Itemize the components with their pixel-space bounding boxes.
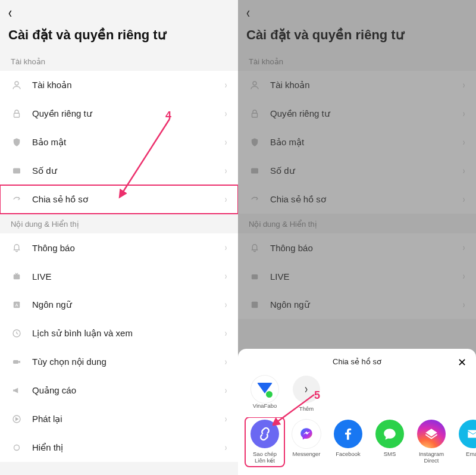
chevron-right-icon: › — [225, 414, 227, 424]
share-label: Sao chép Liên kết — [253, 451, 277, 464]
share-vinafabo[interactable]: VinaFabo — [248, 376, 282, 412]
share-label: VinaFabo — [253, 403, 277, 410]
svg-rect-13 — [252, 274, 258, 279]
row-notifications[interactable]: Thông báo › — [0, 233, 238, 262]
back-button[interactable]: ‹ — [246, 5, 250, 20]
row-balance[interactable]: Số dư › — [238, 157, 476, 185]
chevron-right-icon: › — [293, 376, 320, 403]
share-label: Messenger — [293, 451, 321, 458]
chevron-right-icon: › — [225, 165, 227, 176]
row-share-profile[interactable]: Chia sẻ hồ sơ › — [0, 185, 238, 214]
row-account[interactable]: Tài khoản › — [0, 71, 238, 99]
row-label: Quyền riêng tư — [270, 108, 462, 119]
row-label: Chia sẻ hồ sơ — [270, 194, 462, 205]
video-icon — [11, 356, 23, 368]
back-button[interactable]: ‹ — [8, 5, 12, 20]
email-icon — [459, 420, 476, 448]
row-label: Bảo mật — [270, 137, 462, 148]
row-privacy[interactable]: Quyền riêng tư › — [0, 99, 238, 128]
close-icon[interactable]: ✕ — [458, 356, 466, 369]
row-balance[interactable]: Số dư › — [0, 157, 238, 185]
clock-icon — [11, 327, 23, 339]
share-icon — [249, 193, 261, 205]
share-sms[interactable]: SMS — [372, 420, 407, 464]
row-ads[interactable]: Quảng cáo › — [0, 376, 238, 405]
row-label: Tùy chọn nội dung — [32, 357, 224, 367]
chevron-right-icon: › — [225, 242, 227, 253]
section-account-label: Tài khoản — [238, 51, 476, 71]
share-instagram[interactable]: Instagram Direct — [414, 420, 449, 464]
row-label: Ngôn ngữ — [270, 299, 462, 310]
row-language[interactable]: Ngôn ngữ › — [238, 290, 476, 319]
row-label: Tài khoản — [270, 80, 462, 90]
row-account[interactable]: Tài khoản › — [238, 71, 476, 99]
row-language[interactable]: A Ngôn ngữ › — [0, 290, 238, 319]
bell-icon — [11, 242, 23, 254]
vinafabo-icon — [251, 376, 278, 403]
sms-icon — [375, 420, 404, 448]
play-icon — [11, 413, 23, 425]
live-icon — [249, 270, 261, 282]
chevron-right-icon: › — [463, 137, 465, 148]
chevron-right-icon: › — [463, 271, 465, 282]
row-label: Ngôn ngữ — [32, 299, 224, 310]
share-label: SMS — [384, 451, 396, 458]
share-copy-link[interactable]: Sao chép Liên kết — [248, 420, 282, 464]
row-display[interactable]: Hiển thị › — [0, 433, 238, 462]
row-live[interactable]: LIVE › — [238, 262, 476, 290]
chevron-right-icon: › — [225, 328, 227, 339]
share-more[interactable]: › Thêm — [289, 376, 324, 412]
svg-rect-11 — [252, 113, 258, 117]
svg-point-9 — [14, 445, 20, 451]
row-history[interactable]: Lịch sử bình luận và xem › — [0, 319, 238, 348]
row-security[interactable]: Bảo mật › — [238, 128, 476, 157]
row-live[interactable]: LIVE › — [0, 262, 238, 290]
row-label: Tài khoản — [32, 80, 224, 90]
row-content-pref[interactable]: Tùy chọn nội dung › — [0, 348, 238, 376]
share-sheet: Chia sẻ hồ sơ ✕ VinaFabo › Thêm — [238, 349, 476, 475]
row-share-profile[interactable]: Chia sẻ hồ sơ › — [238, 185, 476, 214]
sheet-title: Chia sẻ hồ sơ — [333, 357, 381, 366]
share-facebook[interactable]: Facebook — [331, 420, 365, 464]
row-label: Quyền riêng tư — [32, 108, 224, 119]
svg-rect-3 — [14, 274, 20, 279]
language-icon — [249, 299, 261, 311]
shield-icon — [249, 136, 261, 148]
row-label: Bảo mật — [32, 137, 224, 148]
row-notifications[interactable]: Thông báo › — [238, 233, 476, 262]
row-security[interactable]: Bảo mật › — [0, 128, 238, 157]
page-title: Cài đặt và quyền riêng tư — [238, 24, 476, 51]
row-playback[interactable]: Phát lại › — [0, 405, 238, 433]
chevron-right-icon: › — [225, 385, 227, 396]
chevron-right-icon: › — [463, 299, 465, 310]
svg-rect-12 — [251, 168, 258, 174]
svg-point-10 — [253, 82, 256, 85]
chevron-right-icon: › — [225, 299, 227, 310]
section-content-label: Nội dung & Hiển thị — [0, 214, 238, 233]
row-label: LIVE — [32, 271, 224, 282]
megaphone-icon — [11, 385, 23, 396]
row-label: Quảng cáo — [32, 385, 224, 396]
wallet-icon — [249, 165, 261, 177]
svg-rect-2 — [13, 168, 20, 174]
chevron-right-icon: › — [225, 442, 227, 453]
chevron-right-icon: › — [225, 357, 227, 367]
chevron-right-icon: › — [225, 194, 227, 205]
chevron-right-icon: › — [463, 80, 465, 90]
row-privacy[interactable]: Quyền riêng tư › — [238, 99, 476, 128]
chevron-right-icon: › — [463, 194, 465, 205]
share-messenger[interactable]: Messenger — [289, 420, 324, 464]
chevron-right-icon: › — [225, 137, 227, 148]
section-account-label: Tài khoản — [0, 51, 238, 71]
share-email[interactable]: Email — [456, 420, 476, 464]
chevron-right-icon: › — [225, 80, 227, 90]
row-label: LIVE — [270, 271, 462, 282]
section-content-label: Nội dung & Hiển thị — [238, 214, 476, 233]
chevron-right-icon: › — [463, 242, 465, 253]
svg-rect-7 — [13, 360, 18, 364]
bell-icon — [249, 242, 261, 254]
row-label: Thông báo — [270, 243, 462, 253]
chevron-right-icon: › — [463, 108, 465, 119]
link-icon — [250, 420, 279, 448]
share-label: Facebook — [336, 451, 361, 458]
